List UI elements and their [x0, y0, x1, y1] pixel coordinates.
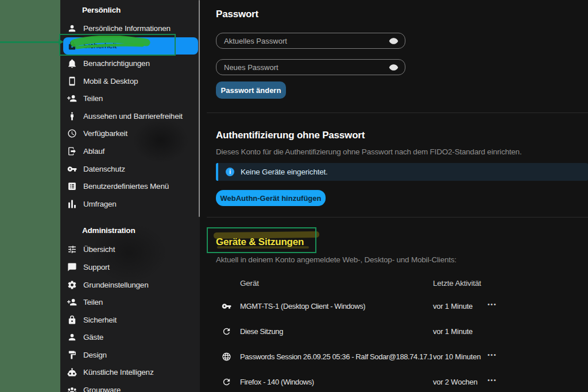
sidebar-item-benutzerdefiniertes-menue[interactable]: Benutzerdefiniertes Menü: [60, 177, 200, 195]
no-devices-notice: i Keine Geräte eingerichtet.: [216, 163, 588, 181]
sidebar-item-label: Grundeinstellungen: [83, 281, 148, 289]
annotation-pointer-line: [0, 41, 59, 43]
sidebar-item-design[interactable]: Design: [60, 346, 200, 364]
sidebar-item-label: Teilen: [83, 298, 103, 306]
eye-icon: [386, 36, 400, 46]
person-icon: [67, 24, 77, 33]
info-icon: i: [226, 168, 234, 176]
sidebar-item-label: Design: [83, 351, 107, 359]
session-device: Firefox - 140 (Windows): [240, 378, 314, 386]
session-device: Passwords Session 26.09.25 05:36 - Ralf …: [240, 352, 432, 361]
sidebar-item-groupware[interactable]: Groupware: [60, 381, 200, 392]
sidebar-item-teilen-admin[interactable]: Teilen: [60, 293, 200, 311]
add-webauthn-device-button[interactable]: WebAuthn-Gerät hinzufügen: [216, 190, 326, 206]
sidebar-item-support[interactable]: Support: [60, 258, 200, 276]
sidebar-item-verfuegbarkeit[interactable]: Verfügbarkeit: [60, 125, 200, 143]
accessibility-icon: [67, 111, 77, 121]
paint-roller-icon: [67, 350, 77, 360]
toggle-current-password-visibility-button[interactable]: [386, 35, 400, 46]
robot-icon: [67, 367, 77, 377]
sidebar-item-label: Persönliche Informationen: [83, 24, 171, 33]
sidebar-item-gaeste[interactable]: Gäste: [60, 329, 200, 347]
security-settings-page: Persönlich Persönliche Informationen Sic…: [0, 0, 588, 392]
sidebar-item-label: Künstliche Intelligenz: [83, 368, 153, 377]
list-box-icon: [67, 181, 77, 191]
toggle-new-password-visibility-button[interactable]: [386, 61, 400, 73]
password-section-title: Passwort: [216, 9, 258, 20]
person-plus-icon: [67, 94, 77, 103]
sidebar-item-label: Ablauf: [83, 147, 105, 156]
clock-icon: [67, 129, 77, 138]
sidebar-item-label: Verfügbarkeit: [83, 129, 127, 138]
sidebar-item-teilen-personal[interactable]: Teilen: [60, 90, 200, 107]
sliders-icon: [67, 244, 77, 254]
more-options-button[interactable]: •••: [483, 301, 501, 308]
sidebar-item-datenschutz[interactable]: Datenschutz: [60, 160, 200, 178]
current-password-field[interactable]: [216, 33, 405, 49]
sidebar-item-label: Datenschutz: [83, 165, 125, 173]
session-row: Passwords Session 26.09.25 05:36 - Ralf …: [216, 349, 588, 365]
annotation-scribble: [70, 36, 150, 51]
section-divider: [207, 112, 588, 113]
sidebar-item-aussehen[interactable]: Aussehen und Barrierefreiheit: [60, 107, 200, 125]
sidebar-item-mobil-desktop[interactable]: Mobil & Desktop: [60, 72, 200, 90]
last-activity-column-header: Letzte Aktivität: [433, 279, 481, 288]
lock-icon: [67, 315, 77, 325]
sidebar-item-label: Gäste: [83, 333, 103, 341]
sidebar-item-label: Aussehen und Barrierefreiheit: [83, 112, 183, 121]
sidebar-section-administration: Administration: [60, 213, 200, 241]
phone-icon: [67, 76, 77, 86]
sidebar-item-umfragen[interactable]: Umfragen: [60, 195, 200, 213]
more-options-button[interactable]: •••: [483, 351, 501, 358]
globe-icon: [222, 352, 231, 362]
main-content: Passwort Passwort ändern Authentifizieru…: [200, 0, 588, 392]
background-band: [0, 0, 60, 392]
sidebar-item-label: Benutzerdefiniertes Menü: [83, 182, 169, 191]
sidebar-item-label: Übersicht: [83, 245, 115, 254]
session-last-activity: vor 1 Minute: [433, 327, 473, 336]
new-password-field[interactable]: [216, 59, 405, 75]
bar-chart-icon: [67, 199, 77, 209]
annotation-box-sessions: [207, 227, 316, 253]
more-options-button[interactable]: •••: [483, 377, 501, 383]
person-plus-icon: [67, 297, 77, 307]
session-row: MGMT-TS-1 (Desktop Client - Windows) vor…: [216, 298, 588, 315]
sidebar-item-label: Teilen: [83, 94, 103, 103]
refresh-icon: [222, 327, 231, 336]
section-divider: [207, 217, 588, 218]
sidebar-item-label: Sicherheit: [83, 316, 117, 324]
refresh-icon: [222, 377, 231, 387]
current-password-input[interactable]: [216, 37, 386, 45]
sidebar-item-grundeinstellungen[interactable]: Grundeinstellungen: [60, 276, 200, 294]
session-row: Diese Sitzung vor 1 Minute: [216, 324, 588, 340]
key-icon: [222, 301, 231, 311]
session-device: Diese Sitzung: [240, 327, 283, 336]
eye-icon: [386, 63, 400, 72]
session-device: MGMT-TS-1 (Desktop Client - Windows): [240, 302, 365, 311]
people-icon: [67, 385, 77, 392]
sidebar-item-label: Benachrichtigungen: [83, 59, 150, 68]
sidebar-item-sicherheit-admin[interactable]: Sicherheit: [60, 311, 200, 329]
chat-icon: [67, 262, 77, 272]
session-last-activity: vor 2 Wochen: [433, 378, 478, 386]
sessions-table-header: Gerät Letzte Aktivität: [216, 279, 588, 288]
sidebar-item-label: Umfragen: [83, 200, 117, 208]
bell-icon: [67, 59, 77, 68]
sidebar-item-label: Mobil & Desktop: [83, 77, 138, 86]
sessions-description: Aktuell in deinem Konto angemeldete Web-…: [216, 255, 457, 264]
sidebar-section-personal: Persönlich: [60, 0, 200, 20]
change-password-button[interactable]: Passwort ändern: [216, 81, 286, 99]
passwordless-section-title: Authentifizierung ohne Passwort: [216, 130, 365, 141]
sidebar-item-ablauf[interactable]: Ablauf: [60, 142, 200, 160]
new-password-input[interactable]: [216, 63, 386, 72]
gear-icon: [67, 280, 77, 290]
key-icon: [67, 164, 77, 174]
session-last-activity: vor 10 Minuten: [433, 352, 481, 361]
sidebar-item-uebersicht[interactable]: Übersicht: [60, 241, 200, 259]
sidebar-item-label: Groupware: [83, 386, 121, 392]
session-row: Firefox - 140 (Windows) vor 2 Wochen •••: [216, 374, 588, 390]
sidebar-item-kuenstliche-intelligenz[interactable]: Künstliche Intelligenz: [60, 364, 200, 382]
settings-sidebar: Persönlich Persönliche Informationen Sic…: [60, 0, 200, 392]
logout-icon: [67, 146, 77, 156]
sidebar-item-benachrichtigungen[interactable]: Benachrichtigungen: [60, 55, 200, 72]
